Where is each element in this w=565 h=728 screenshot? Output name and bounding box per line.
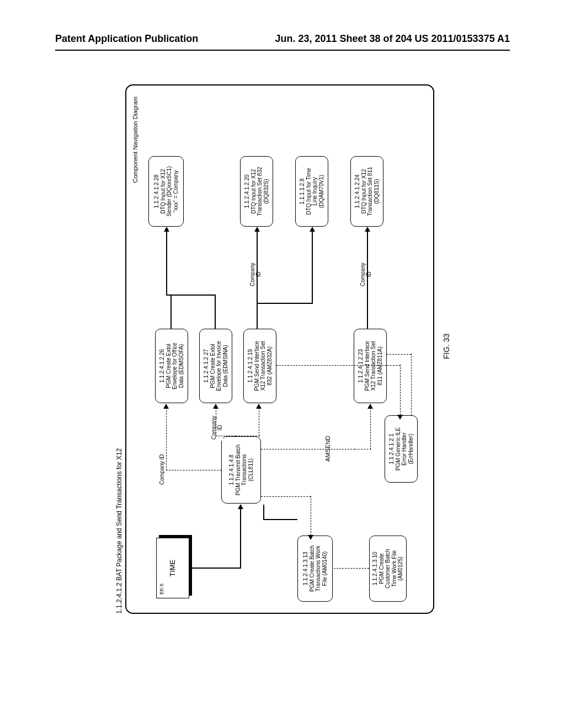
conn-cll-to-amz832-h (259, 408, 259, 436)
conn-time-to-cll-h (240, 508, 241, 569)
conn-amz811-to-err-h (411, 354, 412, 415)
header-right: Jun. 23, 2011 Sheet 38 of 204 US 2011/01… (275, 33, 510, 45)
pgm-create-extol-envelope-office: 1.1.2.4.1.2.26 PGM Create Extol Envelope… (155, 329, 188, 403)
conn-am0125-up (334, 568, 369, 569)
diagram-outer-frame: Component Navigation Diagram EE-5 TIME 1… (125, 84, 434, 614)
conn-edmsofa-right-h (170, 296, 172, 329)
arrow-time-to-cll (238, 504, 243, 509)
header-left: Patent Application Publication (55, 33, 198, 45)
arrow-to-dtq-sender (164, 227, 169, 232)
label-company-id-811: Company ID (360, 261, 372, 287)
arrow-832-to-dtq (254, 227, 260, 232)
pgm-send-interface-x12-832: 1.1.2.4.1.2.19 PGM Send Interface X12 Tr… (243, 329, 276, 403)
arrow-to-dtq-time (310, 227, 315, 232)
conn-edms-to-dtqsender-h (166, 231, 167, 296)
conn-cll-to-amz832-v (236, 436, 260, 436)
label-company-id-top: Company ID (159, 453, 166, 486)
header-rule (55, 50, 510, 51)
conn-edmsina-right-h (215, 296, 216, 329)
conn-to-amz811-h (370, 408, 371, 449)
pgm-create-extol-envelope-invoice: 1.1.2.4.1.2.27 PGM Create Extol Envelope… (199, 329, 232, 403)
dtq-input-x12-811: 1.1.2.4.1.2.24 DTQ Input for X12 Transac… (350, 156, 383, 227)
conn-cll-to-edmsina-h (216, 408, 216, 436)
pgm-send-interface-x12-811: 1.1.2.4.1.2.23 PGM Send Interface X12 Tr… (354, 329, 387, 403)
arrow-to-amz811 (367, 404, 373, 409)
component-nav-title: Component Navigation Diagram (132, 97, 138, 183)
conn-edms-merge-v (166, 295, 216, 296)
pgm-create-customer-batch-time-work-file: 1.1.2.4.1.3.10 PGM Create Customer Batch… (369, 536, 407, 602)
arrow-to-am0140 (308, 535, 313, 540)
dtq-input-x12-832: 1.1.2.4.1.2.20 DTQ Input for X12 Transac… (240, 156, 273, 227)
conn-to-amz811-v (355, 449, 371, 449)
conn-cll-to-edmsina-v (216, 436, 236, 436)
arrow-to-edmsina (213, 404, 218, 409)
conn-time-down-v (191, 568, 241, 569)
arrow-to-edmsofa (163, 404, 169, 409)
conn-amz832-to-err-h (400, 365, 401, 415)
conn-amz832-to-err-v (276, 365, 400, 366)
conn-amz811-to-err-v (387, 354, 411, 355)
label-company-id-mid: Company ID (211, 415, 223, 441)
conn-am0140-up-v (263, 519, 297, 520)
dtq-input-time-line-inquiry: 1.1.1.1.2.8 DTQ Input for Time Line Inqu… (295, 156, 328, 227)
pgm-create-batch-transactions-work-file: 1.1.2.4.1.3.13 PGM Create Batch Transact… (297, 536, 333, 602)
ee5-label: EE-5 (159, 584, 164, 595)
time-event-box: EE-5 TIME (156, 538, 189, 598)
pgm-transmit-batch-transactions: 1.1.2.4.1.4.8 PGM Transmit Batch Transac… (221, 436, 261, 504)
conn-cll-to-am0140-h (311, 496, 311, 536)
conn-to-dtq-time-h (312, 231, 313, 304)
diagram-title-bar: 1.1.2.4.1.2 BAT Package and Send Transac… (115, 448, 123, 614)
conn-am0140-to-cll-h (263, 505, 264, 520)
diagram-host: 1.1.2.4.1.2 BAT Package and Send Transac… (125, 79, 440, 614)
label-company-id-832: Company ID (250, 261, 262, 287)
conn-832-to-dtq-h (257, 231, 258, 329)
conn-amsend-v (261, 449, 355, 449)
conn-832-branch-v (257, 303, 312, 304)
conn-811-to-dtq-h (367, 231, 368, 329)
time-label: TIME (169, 559, 177, 576)
pgm-generic-ile-error-handler: 1.1.2.4.1.2.1 PGM Generic ILE Error Hand… (385, 415, 418, 483)
dtq-input-x12-sender: 1.1.2.4.1.2.28 DTQ Input for X12 Sender … (148, 156, 184, 227)
arrow-811-to-dtq (365, 227, 370, 232)
conn-cll-down-dash (261, 496, 311, 497)
conn-cll-up-v (166, 470, 221, 470)
figure-caption: FIG. 33 (442, 334, 451, 360)
patent-page: Patent Application Publication Jun. 23, … (0, 0, 565, 728)
arrow-to-amz832 (256, 404, 262, 409)
conn-cll-to-edmsofa-h (166, 408, 167, 470)
arrow-to-errh-1 (397, 415, 403, 420)
